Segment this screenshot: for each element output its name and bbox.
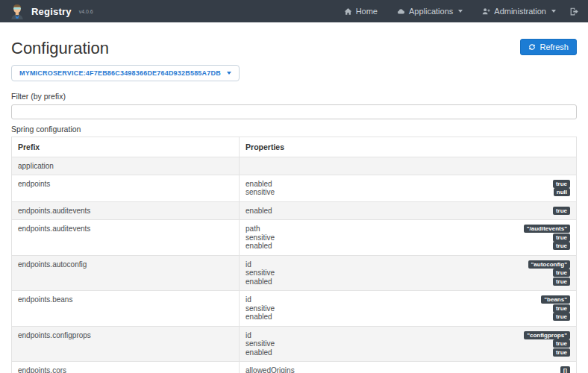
main-content: Configuration Refresh MYMICROSERVICE:4F7…	[0, 22, 588, 373]
column-header-prefix: Prefix	[12, 137, 240, 157]
refresh-button-label: Refresh	[539, 43, 569, 51]
properties-cell: allowedOrigins[]maxAge1800exposedHeaders…	[240, 362, 577, 373]
property-key: id	[245, 295, 251, 304]
table-row: application	[12, 157, 577, 175]
chevron-down-icon	[458, 10, 463, 13]
refresh-button[interactable]: Refresh	[520, 39, 577, 55]
properties-cell: id"configprops"sensitivetrueenabledtrue	[240, 326, 577, 362]
section-label: Spring configuration	[11, 125, 577, 134]
property-key: sensitive	[245, 233, 275, 242]
user-plus-icon	[482, 7, 490, 16]
property-value-badge: "/auditevents"	[524, 225, 570, 233]
property-key: enabled	[245, 278, 272, 286]
table-row: endpointsenabledtruesensitivenull	[12, 175, 577, 201]
page-title: Configuration	[11, 39, 109, 58]
properties-cell: enabledtruesensitivenull	[240, 175, 577, 201]
property-key: sensitive	[245, 188, 275, 197]
cloud-icon	[397, 7, 405, 16]
property-value-badge: true	[553, 278, 570, 286]
properties-cell: id"beans"sensitivetrueenabledtrue	[240, 291, 577, 327]
filter-input[interactable]	[11, 104, 577, 119]
filter-label: Filter (by prefix)	[11, 92, 577, 101]
column-header-properties: Properties	[240, 137, 577, 157]
properties-cell: id"autoconfig"sensitivetrueenabledtrue	[240, 255, 577, 291]
brand-link[interactable]: Registry v4.0.6	[9, 3, 93, 19]
properties-cell: enabledtrue	[240, 201, 577, 220]
nav-item-administration[interactable]: Administration	[482, 7, 556, 16]
instance-selector-value: MYMICROSERVICE:4F7EB86C3498366DE764D932B…	[19, 69, 221, 77]
property-key: enabled	[245, 242, 272, 251]
property-key: enabled	[245, 180, 272, 189]
sign-out-button[interactable]	[569, 7, 579, 16]
table-row: endpoints.autoconfigid"autoconfig"sensit…	[12, 255, 577, 291]
nav-menu: Home Applications Administration	[344, 7, 556, 16]
prefix-cell: endpoints	[12, 175, 240, 201]
refresh-icon	[528, 43, 536, 51]
property-key: allowedOrigins	[245, 366, 295, 373]
chevron-down-icon	[227, 72, 231, 75]
table-row: endpoints.configpropsid"configprops"sens…	[12, 326, 577, 362]
prefix-cell: endpoints.autoconfig	[12, 255, 240, 291]
jhipster-avatar-logo	[9, 3, 25, 19]
prefix-cell: endpoints.auditevents	[12, 201, 240, 220]
property-key: id	[245, 260, 251, 269]
app-title: Registry	[31, 6, 72, 17]
property-value-badge: true	[553, 313, 570, 321]
spring-configuration-table: Prefix Properties applicationendpointsen…	[11, 137, 577, 373]
table-row: endpoints.corsallowedOrigins[]maxAge1800…	[12, 362, 577, 373]
property-value-badge: []	[560, 366, 570, 373]
property-value-badge: "beans"	[541, 295, 570, 304]
property-value-badge: true	[553, 304, 570, 313]
prefix-cell: endpoints.cors	[12, 362, 240, 373]
property-value-badge: true	[553, 233, 570, 242]
prefix-cell: endpoints.configprops	[12, 326, 240, 362]
property-value-badge: true	[553, 348, 570, 357]
instance-selector-dropdown[interactable]: MYMICROSERVICE:4F7EB86C3498366DE764D932B…	[11, 65, 240, 81]
config-table-body: applicationendpointsenabledtruesensitive…	[12, 157, 577, 373]
property-value-badge: "autoconfig"	[528, 260, 570, 269]
properties-cell: path"/auditevents"sensitivetrueenabledtr…	[240, 220, 577, 256]
app-version: v4.0.6	[79, 9, 93, 14]
property-key: path	[245, 225, 260, 233]
properties-cell	[240, 157, 577, 175]
nav-item-applications[interactable]: Applications	[397, 7, 463, 16]
property-value-badge: true	[553, 269, 570, 277]
table-row: endpoints.beansid"beans"sensitivetrueena…	[12, 291, 577, 327]
home-icon	[344, 7, 352, 16]
property-key: enabled	[245, 207, 272, 216]
property-value-badge: true	[553, 180, 570, 188]
property-value-badge: null	[554, 188, 570, 196]
property-value-badge: true	[553, 242, 570, 250]
prefix-cell: endpoints.beans	[12, 291, 240, 327]
property-value-badge: true	[553, 207, 570, 215]
property-key: enabled	[245, 348, 272, 357]
navbar: Registry v4.0.6 Home Applications Admini…	[0, 0, 588, 22]
chevron-down-icon	[551, 10, 556, 13]
property-key: id	[245, 331, 251, 340]
property-key: sensitive	[245, 269, 275, 278]
sign-out-icon	[569, 7, 579, 16]
nav-item-label: Administration	[494, 7, 546, 16]
property-key: sensitive	[245, 339, 275, 348]
property-key: enabled	[245, 313, 272, 322]
table-row: endpoints.auditeventsenabledtrue	[12, 201, 577, 220]
nav-item-label: Applications	[409, 7, 453, 16]
nav-item-label: Home	[356, 7, 378, 16]
property-value-badge: true	[553, 339, 570, 348]
property-value-badge: "configprops"	[524, 331, 570, 339]
prefix-cell: application	[12, 157, 240, 175]
property-key: sensitive	[245, 304, 275, 313]
nav-item-home[interactable]: Home	[344, 7, 378, 16]
table-row: endpoints.auditeventspath"/auditevents"s…	[12, 220, 577, 256]
prefix-cell: endpoints.auditevents	[12, 220, 240, 256]
